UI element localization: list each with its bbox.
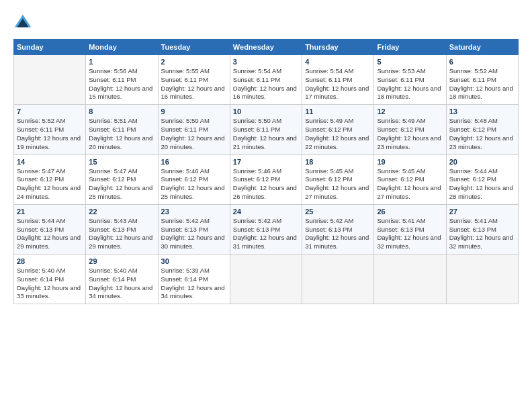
day-number: 12: [377, 107, 443, 116]
day-info: Sunrise: 5:40 AMSunset: 6:14 PMDaylight:…: [17, 267, 81, 300]
day-number: 21: [17, 208, 83, 216]
week-row-4: 21Sunrise: 5:44 AMSunset: 6:13 PMDayligh…: [14, 204, 519, 254]
day-info: Sunrise: 5:45 AMSunset: 6:12 PMDaylight:…: [377, 167, 441, 200]
day-number: 7: [17, 107, 83, 116]
day-info: Sunrise: 5:55 AMSunset: 6:11 PMDaylight:…: [161, 67, 225, 100]
day-number: 18: [305, 158, 371, 166]
calendar-cell: 1Sunrise: 5:56 AMSunset: 6:11 PMDaylight…: [86, 55, 158, 105]
calendar-cell: 13Sunrise: 5:48 AMSunset: 6:12 PMDayligh…: [446, 105, 518, 154]
week-row-3: 14Sunrise: 5:47 AMSunset: 6:12 PMDayligh…: [14, 154, 519, 204]
calendar-cell: 27Sunrise: 5:41 AMSunset: 6:13 PMDayligh…: [446, 204, 518, 254]
calendar-cell: 15Sunrise: 5:47 AMSunset: 6:12 PMDayligh…: [86, 154, 158, 204]
day-number: 22: [89, 208, 154, 216]
day-info: Sunrise: 5:50 AMSunset: 6:11 PMDaylight:…: [161, 117, 225, 150]
day-number: 27: [449, 208, 515, 216]
day-info: Sunrise: 5:45 AMSunset: 6:12 PMDaylight:…: [305, 167, 369, 200]
calendar-cell: 4Sunrise: 5:54 AMSunset: 6:11 PMDaylight…: [302, 55, 374, 105]
column-header-saturday: Saturday: [446, 40, 518, 55]
calendar-cell: 25Sunrise: 5:42 AMSunset: 6:13 PMDayligh…: [302, 204, 374, 254]
day-number: 29: [89, 257, 154, 265]
calendar-cell: 5Sunrise: 5:53 AMSunset: 6:11 PMDaylight…: [374, 55, 446, 105]
day-info: Sunrise: 5:39 AMSunset: 6:14 PMDaylight:…: [161, 267, 225, 300]
calendar-cell: 28Sunrise: 5:40 AMSunset: 6:14 PMDayligh…: [14, 255, 86, 304]
day-number: 23: [161, 208, 227, 216]
day-number: 16: [161, 158, 227, 166]
calendar-cell: 10Sunrise: 5:50 AMSunset: 6:11 PMDayligh…: [230, 105, 302, 154]
day-info: Sunrise: 5:52 AMSunset: 6:11 PMDaylight:…: [449, 67, 513, 100]
day-info: Sunrise: 5:53 AMSunset: 6:11 PMDaylight:…: [377, 67, 441, 100]
calendar-cell: 19Sunrise: 5:45 AMSunset: 6:12 PMDayligh…: [374, 154, 446, 204]
column-header-thursday: Thursday: [302, 40, 374, 55]
calendar-cell: 3Sunrise: 5:54 AMSunset: 6:11 PMDaylight…: [230, 55, 302, 105]
day-info: Sunrise: 5:41 AMSunset: 6:13 PMDaylight:…: [449, 217, 513, 250]
calendar-cell: 2Sunrise: 5:55 AMSunset: 6:11 PMDaylight…: [158, 55, 230, 105]
week-row-5: 28Sunrise: 5:40 AMSunset: 6:14 PMDayligh…: [14, 255, 519, 304]
column-header-friday: Friday: [374, 40, 446, 55]
calendar-cell: [14, 55, 86, 105]
day-info: Sunrise: 5:41 AMSunset: 6:13 PMDaylight:…: [377, 217, 441, 250]
calendar-cell: [446, 255, 518, 304]
day-number: 8: [89, 107, 154, 116]
week-row-2: 7Sunrise: 5:52 AMSunset: 6:11 PMDaylight…: [14, 105, 519, 154]
logo: [13, 13, 35, 32]
day-number: 6: [449, 58, 515, 66]
day-number: 9: [161, 107, 227, 116]
day-number: 28: [17, 257, 83, 265]
day-info: Sunrise: 5:44 AMSunset: 6:12 PMDaylight:…: [449, 167, 513, 200]
day-number: 24: [233, 208, 299, 216]
day-info: Sunrise: 5:52 AMSunset: 6:11 PMDaylight:…: [17, 117, 81, 150]
day-number: 30: [161, 257, 227, 265]
day-info: Sunrise: 5:47 AMSunset: 6:12 PMDaylight:…: [89, 167, 152, 200]
calendar-cell: 6Sunrise: 5:52 AMSunset: 6:11 PMDaylight…: [446, 55, 518, 105]
day-info: Sunrise: 5:49 AMSunset: 6:12 PMDaylight:…: [305, 117, 369, 150]
day-number: 2: [161, 58, 227, 66]
calendar-cell: 30Sunrise: 5:39 AMSunset: 6:14 PMDayligh…: [158, 255, 230, 304]
day-info: Sunrise: 5:42 AMSunset: 6:13 PMDaylight:…: [305, 217, 369, 250]
day-info: Sunrise: 5:44 AMSunset: 6:13 PMDaylight:…: [17, 217, 81, 250]
calendar-cell: 16Sunrise: 5:46 AMSunset: 6:12 PMDayligh…: [158, 154, 230, 204]
column-headers: SundayMondayTuesdayWednesdayThursdayFrid…: [14, 40, 519, 55]
day-number: 10: [233, 107, 299, 116]
day-number: 5: [377, 58, 443, 66]
day-info: Sunrise: 5:49 AMSunset: 6:12 PMDaylight:…: [377, 117, 441, 150]
day-info: Sunrise: 5:47 AMSunset: 6:12 PMDaylight:…: [17, 167, 81, 200]
calendar-cell: 21Sunrise: 5:44 AMSunset: 6:13 PMDayligh…: [14, 204, 86, 254]
calendar-cell: 7Sunrise: 5:52 AMSunset: 6:11 PMDaylight…: [14, 105, 86, 154]
day-number: 13: [449, 107, 515, 116]
day-number: 15: [89, 158, 154, 166]
calendar-cell: 23Sunrise: 5:42 AMSunset: 6:13 PMDayligh…: [158, 204, 230, 254]
calendar-table: SundayMondayTuesdayWednesdayThursdayFrid…: [13, 39, 519, 304]
calendar-cell: 24Sunrise: 5:42 AMSunset: 6:13 PMDayligh…: [230, 204, 302, 254]
calendar-cell: 26Sunrise: 5:41 AMSunset: 6:13 PMDayligh…: [374, 204, 446, 254]
header: [13, 13, 519, 32]
calendar-cell: 29Sunrise: 5:40 AMSunset: 6:14 PMDayligh…: [86, 255, 158, 304]
day-number: 17: [233, 158, 299, 166]
day-info: Sunrise: 5:56 AMSunset: 6:11 PMDaylight:…: [89, 67, 152, 100]
day-number: 19: [377, 158, 443, 166]
column-header-monday: Monday: [86, 40, 158, 55]
week-row-1: 1Sunrise: 5:56 AMSunset: 6:11 PMDaylight…: [14, 55, 519, 105]
column-header-wednesday: Wednesday: [230, 40, 302, 55]
column-header-tuesday: Tuesday: [158, 40, 230, 55]
day-number: 1: [89, 58, 154, 66]
day-number: 4: [305, 58, 371, 66]
calendar-cell: 18Sunrise: 5:45 AMSunset: 6:12 PMDayligh…: [302, 154, 374, 204]
day-number: 11: [305, 107, 371, 116]
calendar-cell: [302, 255, 374, 304]
day-info: Sunrise: 5:43 AMSunset: 6:13 PMDaylight:…: [89, 217, 152, 250]
day-number: 20: [449, 158, 515, 166]
calendar-cell: 14Sunrise: 5:47 AMSunset: 6:12 PMDayligh…: [14, 154, 86, 204]
calendar-cell: 9Sunrise: 5:50 AMSunset: 6:11 PMDaylight…: [158, 105, 230, 154]
calendar-cell: 20Sunrise: 5:44 AMSunset: 6:12 PMDayligh…: [446, 154, 518, 204]
calendar-cell: 11Sunrise: 5:49 AMSunset: 6:12 PMDayligh…: [302, 105, 374, 154]
day-info: Sunrise: 5:42 AMSunset: 6:13 PMDaylight:…: [233, 217, 297, 250]
day-number: 3: [233, 58, 299, 66]
calendar-cell: 22Sunrise: 5:43 AMSunset: 6:13 PMDayligh…: [86, 204, 158, 254]
day-info: Sunrise: 5:54 AMSunset: 6:11 PMDaylight:…: [233, 67, 297, 100]
calendar-cell: 8Sunrise: 5:51 AMSunset: 6:11 PMDaylight…: [86, 105, 158, 154]
day-info: Sunrise: 5:40 AMSunset: 6:14 PMDaylight:…: [89, 267, 152, 300]
day-number: 14: [17, 158, 83, 166]
calendar-cell: [374, 255, 446, 304]
column-header-sunday: Sunday: [14, 40, 86, 55]
calendar-cell: 12Sunrise: 5:49 AMSunset: 6:12 PMDayligh…: [374, 105, 446, 154]
